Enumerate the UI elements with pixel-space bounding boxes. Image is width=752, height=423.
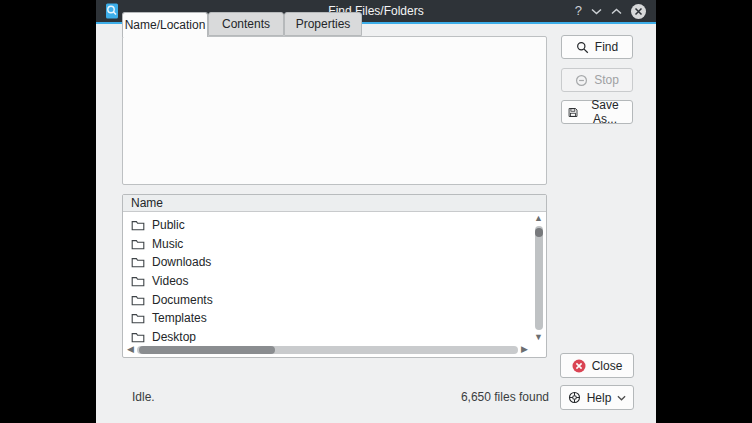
close-button[interactable]: Close xyxy=(560,353,634,378)
maximize-icon[interactable] xyxy=(611,0,622,22)
help-titlebar-button[interactable]: ? xyxy=(575,0,582,22)
stop-label: Stop xyxy=(594,73,619,87)
vertical-scroll-track[interactable] xyxy=(535,226,543,330)
help-icon xyxy=(568,391,581,404)
minimize-icon[interactable] xyxy=(591,0,602,22)
tab-properties[interactable]: Properties xyxy=(284,12,362,36)
close-icon xyxy=(572,359,586,373)
vertical-scrollbar[interactable]: ▲ ▼ xyxy=(532,213,545,343)
titlebar-controls: ? xyxy=(575,0,656,22)
screen: Find Files/Folders ? Name/Location Conte… xyxy=(0,0,752,423)
vertical-scroll-thumb[interactable] xyxy=(535,228,543,237)
list-item[interactable]: Music xyxy=(124,235,531,254)
item-label: Downloads xyxy=(152,255,211,269)
find-label: Find xyxy=(595,40,618,54)
list-item-partial[interactable]: Desktop xyxy=(124,328,531,343)
folder-icon xyxy=(131,219,145,231)
close-window-icon[interactable] xyxy=(631,4,646,19)
item-label: Desktop xyxy=(152,330,196,343)
scroll-right-icon[interactable]: ▶ xyxy=(518,343,531,356)
horizontal-scrollbar[interactable]: ◀ ▶ xyxy=(124,343,531,356)
tab-label: Contents xyxy=(222,17,270,31)
scroll-up-icon[interactable]: ▲ xyxy=(532,212,545,225)
stop-button[interactable]: Stop xyxy=(561,68,633,92)
find-button[interactable]: Find xyxy=(561,35,633,59)
chevron-down-icon xyxy=(617,395,626,401)
save-icon xyxy=(568,106,578,119)
list-item[interactable]: Documents xyxy=(124,290,531,309)
results-items: Public Music Downloads Videos Documents xyxy=(124,213,531,343)
horizontal-scroll-thumb[interactable] xyxy=(139,346,275,354)
tab-label: Properties xyxy=(296,17,351,31)
name-location-panel xyxy=(122,36,547,185)
folder-icon xyxy=(131,256,145,268)
status-text: Idle. xyxy=(132,390,155,404)
scroll-left-icon[interactable]: ◀ xyxy=(124,343,137,356)
stop-icon xyxy=(575,74,588,87)
find-files-window: Find Files/Folders ? Name/Location Conte… xyxy=(96,0,656,423)
close-label: Close xyxy=(592,359,623,373)
save-as-button[interactable]: Save As... xyxy=(561,100,633,124)
list-item[interactable]: Videos xyxy=(124,272,531,291)
save-as-label: Save As... xyxy=(584,98,626,126)
tab-contents[interactable]: Contents xyxy=(208,12,284,36)
list-item[interactable]: Downloads xyxy=(124,253,531,272)
folder-icon xyxy=(131,238,145,250)
list-item[interactable]: Public xyxy=(124,216,531,235)
item-label: Documents xyxy=(152,293,213,307)
scroll-down-icon[interactable]: ▼ xyxy=(532,331,545,344)
folder-icon xyxy=(131,312,145,324)
item-label: Templates xyxy=(152,311,207,325)
tab-label: Name/Location xyxy=(125,18,206,32)
item-label: Videos xyxy=(152,274,188,288)
column-header-name[interactable]: Name xyxy=(123,195,546,212)
files-found-count: 6,650 files found xyxy=(461,390,549,404)
folder-icon xyxy=(131,331,145,343)
item-label: Music xyxy=(152,237,183,251)
tab-name-location[interactable]: Name/Location xyxy=(122,12,208,37)
results-list[interactable]: Name Public Music Downloads Videos xyxy=(122,194,547,358)
column-header-label: Name xyxy=(131,196,163,210)
search-icon xyxy=(576,41,589,54)
folder-icon xyxy=(131,294,145,306)
help-button[interactable]: Help xyxy=(560,385,634,410)
folder-icon xyxy=(131,275,145,287)
list-item[interactable]: Templates xyxy=(124,309,531,328)
help-label: Help xyxy=(587,391,612,405)
item-label: Public xyxy=(152,218,185,232)
